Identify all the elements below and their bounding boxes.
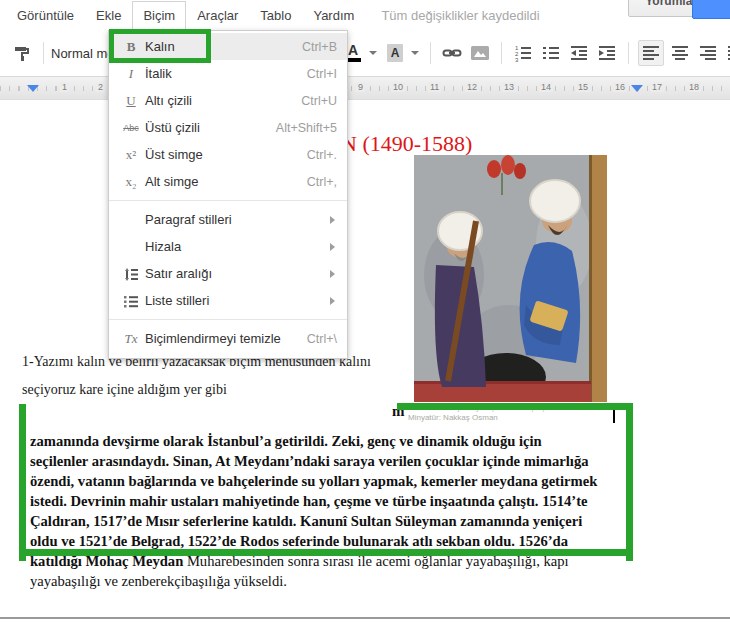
menu-item-paragraph-styles[interactable]: Paragraf stilleri bbox=[109, 206, 347, 233]
link-icon bbox=[442, 44, 462, 62]
submenu-arrow-icon bbox=[330, 216, 335, 224]
ottoman-miniature-illustration bbox=[414, 155, 607, 402]
ruler-number: 9 bbox=[356, 82, 365, 92]
annotation-box-paragraph-right bbox=[626, 404, 633, 561]
ruler-number: 18 bbox=[687, 82, 701, 92]
menu-view[interactable]: Görüntüle bbox=[6, 2, 85, 29]
toolbar-separator bbox=[430, 42, 431, 64]
highlight-dropdown-arrow[interactable] bbox=[411, 51, 419, 55]
insert-image-button[interactable] bbox=[468, 41, 492, 65]
menu-insert[interactable]: Ekle bbox=[85, 2, 132, 29]
annotation-box-paragraph-left bbox=[19, 404, 26, 561]
paragraph-last-line: yayabaşılığı ve zenberekçibaşılığa yükse… bbox=[30, 571, 630, 591]
ruler-number: 14 bbox=[539, 82, 553, 92]
paint-format-button[interactable] bbox=[10, 41, 34, 65]
align-left-button[interactable] bbox=[638, 40, 664, 66]
bold-paragraph-line: istedi. Devrinin mahir ustaları mahiyeti… bbox=[30, 491, 630, 511]
menu-item-strikethrough[interactable]: Abc Üstü çizili Alt+Shift+5 bbox=[109, 114, 347, 141]
indent-icon bbox=[598, 44, 616, 62]
menu-item-italic[interactable]: I İtalik Ctrl+I bbox=[109, 60, 347, 87]
right-indent-marker[interactable] bbox=[631, 85, 643, 92]
bulleted-list-icon bbox=[542, 44, 560, 62]
ruler-number: 17 bbox=[650, 82, 664, 92]
strikethrough-icon: Abc bbox=[117, 123, 145, 133]
bold-paragraph: zamanında devşirme olarak İstanbul’a get… bbox=[30, 431, 630, 591]
menu-item-list-styles[interactable]: Liste stilleri bbox=[109, 287, 347, 314]
bold-paragraph-line: zamanında devşirme olarak İstanbul’a get… bbox=[30, 431, 630, 451]
image-icon bbox=[470, 45, 490, 61]
align-center-icon bbox=[671, 44, 689, 62]
ruler-number: 10 bbox=[391, 82, 405, 92]
submenu-arrow-icon bbox=[330, 270, 335, 278]
google-docs-window: { "menubar": { "items": [ {"label": "Gör… bbox=[0, 0, 730, 622]
svg-text:3: 3 bbox=[515, 57, 519, 62]
list-styles-icon bbox=[117, 293, 145, 309]
italic-icon: I bbox=[117, 66, 145, 82]
align-right-icon bbox=[699, 44, 717, 62]
menu-item-subscript[interactable]: x₂ Alt simge Ctrl+, bbox=[109, 168, 347, 195]
superscript-icon: x² bbox=[117, 147, 145, 163]
outdent-icon bbox=[570, 44, 588, 62]
highlight-color-icon: A bbox=[387, 44, 404, 62]
paint-roller-icon bbox=[13, 44, 31, 62]
line-spacing-icon bbox=[117, 266, 145, 282]
numbered-list-button[interactable]: 123 bbox=[511, 41, 535, 65]
increase-indent-button[interactable] bbox=[595, 41, 619, 65]
menu-item-line-spacing[interactable]: Satır aralığı bbox=[109, 260, 347, 287]
format-dropdown-menu: B Kalın Ctrl+B I İtalik Ctrl+I U Altı çi… bbox=[108, 30, 348, 359]
annotation-box-bold-menu-item bbox=[109, 29, 211, 63]
bold-paragraph-line: özendi, vatanın bağlarında ve bahçelerin… bbox=[30, 471, 630, 491]
ruler-number: 1 bbox=[60, 82, 69, 92]
ruler-number: 15 bbox=[576, 82, 590, 92]
save-status-text: Tüm değişiklikler kaydedildi bbox=[381, 8, 539, 23]
bold-paragraph-line: Çaldıran, 1517’de Mısır seferlerine katı… bbox=[30, 511, 630, 531]
left-indent-marker[interactable] bbox=[27, 85, 39, 92]
ruler-number: 16 bbox=[613, 82, 627, 92]
page-bottom-edge bbox=[0, 617, 730, 619]
ruler-number: 12 bbox=[465, 82, 479, 92]
subscript-icon: x₂ bbox=[117, 174, 145, 190]
menu-bar: Görüntüle Ekle Biçim Araçlar Tablo Yardı… bbox=[0, 0, 730, 30]
image-caption-line2: Minyatür: Nakkaş Osman bbox=[408, 413, 498, 422]
menu-item-superscript[interactable]: x² Üst simge Ctrl+. bbox=[109, 141, 347, 168]
highlight-color-button[interactable]: A bbox=[383, 41, 407, 65]
ruler-number: 11 bbox=[428, 82, 441, 92]
align-left-icon bbox=[642, 44, 660, 62]
menu-help[interactable]: Yardım bbox=[302, 2, 365, 29]
align-right-button[interactable] bbox=[696, 41, 720, 65]
toolbar-separator bbox=[501, 42, 502, 64]
underline-icon: U bbox=[117, 93, 145, 109]
document-title: N (1490-1588) bbox=[341, 131, 472, 157]
submenu-arrow-icon bbox=[330, 297, 335, 305]
annotation-box-paragraph-top bbox=[397, 403, 633, 410]
align-center-button[interactable] bbox=[668, 41, 692, 65]
ruler-number: 2 bbox=[96, 82, 105, 92]
clear-formatting-icon: Tx bbox=[117, 331, 145, 347]
share-button-fragment[interactable] bbox=[692, 0, 730, 19]
submenu-arrow-icon bbox=[330, 243, 335, 251]
menu-item-underline[interactable]: U Altı çizili Ctrl+U bbox=[109, 87, 347, 114]
text-color-dropdown-arrow[interactable] bbox=[369, 51, 377, 55]
decrease-indent-button[interactable] bbox=[567, 41, 591, 65]
menu-item-align[interactable]: Hizala bbox=[109, 233, 347, 260]
annotation-box-paragraph-bottom bbox=[19, 549, 633, 556]
menu-separator bbox=[109, 319, 347, 320]
bold-paragraph-line: oldu ve 1521’de Belgrad, 1522’de Rodos s… bbox=[30, 531, 630, 551]
paragraph-style-selector[interactable]: Normal me... bbox=[51, 46, 111, 61]
insert-link-button[interactable] bbox=[440, 41, 464, 65]
menu-table[interactable]: Tablo bbox=[249, 2, 302, 29]
menu-format[interactable]: Biçim bbox=[132, 1, 186, 29]
ruler-number: 13 bbox=[502, 82, 516, 92]
menu-item-clear-formatting[interactable]: Tx Biçimlendirmeyi temizle Ctrl+\ bbox=[109, 325, 347, 352]
justify-button[interactable] bbox=[724, 41, 730, 65]
menu-separator bbox=[109, 200, 347, 201]
miniature-painting-image[interactable] bbox=[414, 155, 607, 402]
toolbar-separator bbox=[43, 42, 44, 64]
bulleted-list-button[interactable] bbox=[539, 41, 563, 65]
toolbar-separator bbox=[628, 42, 629, 64]
bold-paragraph-line: seçilenler arasındaydı. Sinan, At Meydan… bbox=[30, 451, 630, 471]
numbered-list-icon: 123 bbox=[514, 44, 532, 62]
menu-tools[interactable]: Araçlar bbox=[186, 2, 249, 29]
